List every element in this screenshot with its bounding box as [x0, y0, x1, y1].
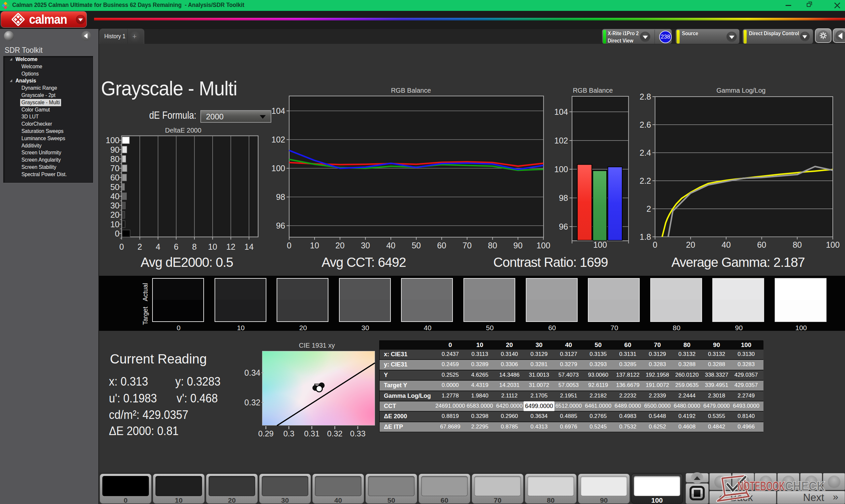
svg-text:0.32: 0.32: [327, 429, 342, 438]
svg-text:CHECK: CHECK: [785, 479, 825, 493]
svg-text:0.33: 0.33: [350, 429, 366, 438]
svg-text:0.3: 0.3: [283, 429, 294, 438]
svg-text:NOTEBOOK: NOTEBOOK: [737, 479, 785, 493]
svg-text:0.31: 0.31: [304, 429, 319, 438]
svg-text:0.34: 0.34: [244, 368, 261, 377]
svg-text:0.32: 0.32: [244, 398, 261, 407]
svg-text:0.29: 0.29: [258, 429, 274, 438]
